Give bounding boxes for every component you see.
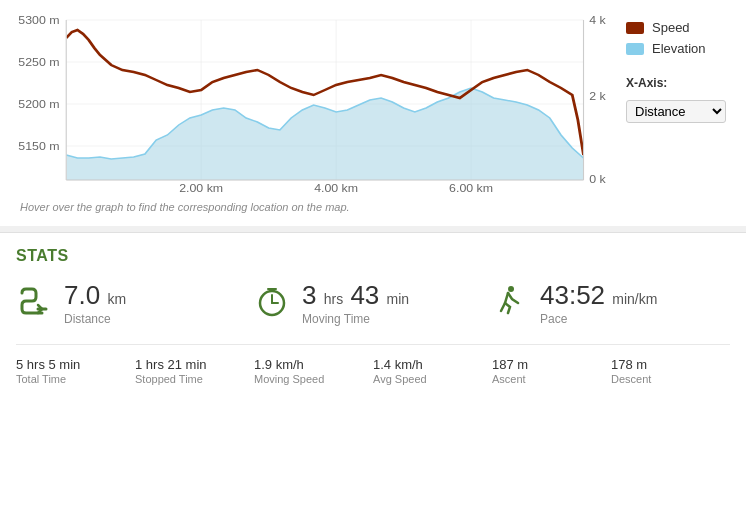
svg-text:0 km/h: 0 km/h: [589, 173, 606, 185]
total-time-value: 5 hrs 5 min: [16, 357, 135, 372]
svg-text:4 km/h: 4 km/h: [589, 14, 606, 26]
svg-marker-19: [66, 88, 583, 180]
distance-label: Distance: [64, 312, 126, 326]
x-axis-label: X-Axis:: [626, 76, 726, 90]
moving-time-label: Moving Time: [302, 312, 409, 326]
avg-speed-label: Avg Speed: [373, 373, 492, 385]
svg-text:2 km/h: 2 km/h: [589, 90, 606, 102]
svg-text:5150 m: 5150 m: [18, 140, 59, 152]
distance-value: 7.0 km: [64, 281, 126, 310]
sec-descent: 178 m Descent: [611, 357, 730, 385]
descent-value: 178 m: [611, 357, 730, 372]
moving-time-value: 3 hrs 43 min: [302, 281, 409, 310]
stats-section: STATS 7.0 km Distance: [0, 232, 746, 399]
stats-title: STATS: [16, 247, 730, 265]
secondary-stats: 5 hrs 5 min Total Time 1 hrs 21 min Stop…: [16, 357, 730, 399]
svg-text:5250 m: 5250 m: [18, 56, 59, 68]
ascent-value: 187 m: [492, 357, 611, 372]
x-axis-select[interactable]: Distance: [626, 100, 726, 123]
svg-text:5200 m: 5200 m: [18, 98, 59, 110]
speed-color-box: [626, 22, 644, 34]
avg-speed-value: 1.4 km/h: [373, 357, 492, 372]
pace-label: Pace: [540, 312, 657, 326]
sec-moving-speed: 1.9 km/h Moving Speed: [254, 357, 373, 385]
sec-stopped-time: 1 hrs 21 min Stopped Time: [135, 357, 254, 385]
moving-speed-value: 1.9 km/h: [254, 357, 373, 372]
sec-avg-speed: 1.4 km/h Avg Speed: [373, 357, 492, 385]
sec-ascent: 187 m Ascent: [492, 357, 611, 385]
distance-value-group: 7.0 km Distance: [64, 281, 126, 326]
svg-point-31: [508, 286, 514, 292]
chart-area: 5300 m 5250 m 5200 m 5150 m 4 km/h 2 km/…: [10, 10, 606, 195]
pace-value-group: 43:52 min/km Pace: [540, 281, 657, 326]
stat-distance: 7.0 km Distance: [16, 281, 254, 326]
stopped-time-value: 1 hrs 21 min: [135, 357, 254, 372]
walking-icon: [492, 283, 528, 324]
legend-elevation-label: Elevation: [652, 41, 705, 56]
descent-label: Descent: [611, 373, 730, 385]
stats-divider: [16, 344, 730, 345]
main-stats: 7.0 km Distance 3 hrs: [16, 281, 730, 326]
stat-pace: 43:52 min/km Pace: [492, 281, 730, 326]
moving-time-value-group: 3 hrs 43 min Moving Time: [302, 281, 409, 326]
stopped-time-label: Stopped Time: [135, 373, 254, 385]
svg-text:5300 m: 5300 m: [18, 14, 59, 26]
chart-section: 5300 m 5250 m 5200 m 5150 m 4 km/h 2 km/…: [0, 0, 746, 226]
stat-moving-time: 3 hrs 43 min Moving Time: [254, 281, 492, 326]
moving-speed-label: Moving Speed: [254, 373, 373, 385]
total-time-label: Total Time: [16, 373, 135, 385]
chart-svg: 5300 m 5250 m 5200 m 5150 m 4 km/h 2 km/…: [10, 10, 606, 195]
chart-legend: Speed Elevation X-Axis: Distance: [606, 10, 736, 195]
hover-hint: Hover over the graph to find the corresp…: [10, 195, 736, 221]
svg-text:6.00 km: 6.00 km: [449, 182, 493, 194]
elevation-color-box: [626, 43, 644, 55]
svg-text:2.00 km: 2.00 km: [179, 182, 223, 194]
timer-icon: [254, 283, 290, 324]
svg-text:4.00 km: 4.00 km: [314, 182, 358, 194]
legend-speed-label: Speed: [652, 20, 690, 35]
ascent-label: Ascent: [492, 373, 611, 385]
distance-icon: [16, 283, 52, 324]
chart-container: 5300 m 5250 m 5200 m 5150 m 4 km/h 2 km/…: [10, 10, 736, 195]
legend-speed: Speed: [626, 20, 726, 35]
sec-total-time: 5 hrs 5 min Total Time: [16, 357, 135, 385]
legend-elevation: Elevation: [626, 41, 726, 56]
pace-value: 43:52 min/km: [540, 281, 657, 310]
